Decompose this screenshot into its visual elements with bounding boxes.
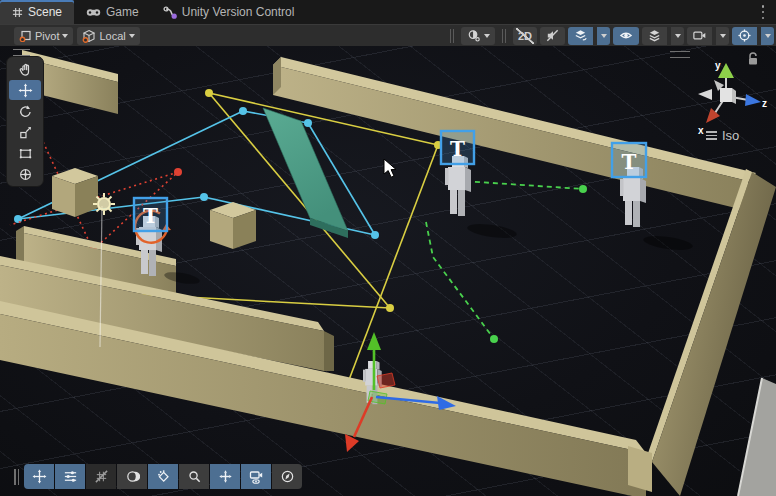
draw-mode-button[interactable] xyxy=(461,27,495,45)
dropdown-caret-icon xyxy=(720,34,726,38)
eye-icon xyxy=(618,28,634,43)
axis-negative-cone[interactable] xyxy=(698,89,712,100)
particles-icon xyxy=(156,469,171,484)
effects-toggle-button[interactable] xyxy=(568,27,593,45)
wall-top[interactable] xyxy=(273,57,756,211)
dropdown-caret-icon xyxy=(484,34,490,38)
hand-icon xyxy=(18,62,33,77)
camera-eye-icon xyxy=(248,469,264,485)
transform-overlay-button[interactable] xyxy=(210,464,240,489)
tab-version-control[interactable]: Unity Version Control xyxy=(151,0,307,24)
overlay-drag-handle[interactable] xyxy=(450,29,454,43)
tab-bar: Scene Game Unity Version Control xyxy=(0,0,776,24)
overlay-drag-handle[interactable] xyxy=(502,29,506,43)
search-button[interactable] xyxy=(179,464,209,489)
pivot-rect-icon xyxy=(19,29,32,42)
svg-text:T: T xyxy=(622,150,637,174)
tab-scene[interactable]: Scene xyxy=(0,0,74,24)
scale-icon xyxy=(18,125,33,140)
search-icon xyxy=(187,469,202,484)
scene-visibility-button[interactable] xyxy=(613,27,639,45)
move-gizmo-plane-xz[interactable] xyxy=(377,373,395,388)
rect-tool-button[interactable] xyxy=(9,143,41,163)
layers-dropdown[interactable] xyxy=(671,27,684,45)
tool-settings-button[interactable] xyxy=(55,464,85,489)
gizmos-dropdown[interactable] xyxy=(761,27,774,45)
tab-game-label: Game xyxy=(106,5,139,19)
tools-overlay-handle[interactable] xyxy=(13,49,30,56)
camera-button[interactable] xyxy=(687,27,712,45)
layers-icon xyxy=(647,28,662,43)
axis-x-label: x xyxy=(698,125,704,136)
rect-icon xyxy=(18,146,33,161)
unity-editor-window: Scene Game Unity Version Control xyxy=(0,0,776,496)
camera-view-button[interactable] xyxy=(241,464,271,489)
effects-dropdown[interactable] xyxy=(597,27,610,45)
dropdown-caret-icon xyxy=(62,34,68,38)
navigation-compass-button[interactable] xyxy=(272,464,302,489)
gizmo-sphere-icon xyxy=(737,28,752,43)
disabled-slash-icon xyxy=(516,28,534,44)
scene-toolbar: Pivot Local xyxy=(0,24,776,46)
projection-toggle[interactable]: Iso xyxy=(706,128,739,143)
particles-button[interactable] xyxy=(148,464,178,489)
transform-icon xyxy=(18,167,33,182)
scene-grid-icon xyxy=(12,7,23,18)
dropdown-caret-icon xyxy=(129,34,135,38)
shadow xyxy=(466,222,517,241)
rotate-tool-button[interactable] xyxy=(9,101,41,121)
hand-tool-button[interactable] xyxy=(9,59,41,79)
projection-label: Iso xyxy=(722,128,739,143)
tab-game[interactable]: Game xyxy=(74,0,151,24)
move-small-icon xyxy=(219,470,232,483)
cube-small-center[interactable] xyxy=(210,202,256,249)
move-tool-button[interactable] xyxy=(9,80,41,100)
move-overlay-button[interactable] xyxy=(24,464,54,489)
window-menu-icon[interactable] xyxy=(758,5,768,19)
teal-plane-object[interactable] xyxy=(263,108,348,238)
axis-z-label: z xyxy=(762,98,767,109)
svg-text:T: T xyxy=(143,204,158,228)
bottom-overlay-toolbar xyxy=(14,464,302,489)
sphere-icon xyxy=(125,469,140,484)
orientation-overlay-handle[interactable] xyxy=(670,51,690,58)
audio-toggle-button[interactable] xyxy=(540,27,565,45)
cube-small-left[interactable] xyxy=(52,168,98,217)
scale-tool-button[interactable] xyxy=(9,122,41,142)
tab-version-control-label: Unity Version Control xyxy=(182,5,295,19)
render-sphere-button[interactable] xyxy=(117,464,147,489)
tab-scene-label: Scene xyxy=(28,5,62,19)
axis-y-label: y xyxy=(715,60,721,71)
2d-toggle-button[interactable]: 2D xyxy=(513,27,537,45)
wall-fragment-gray[interactable] xyxy=(738,378,776,496)
camera-dropdown[interactable] xyxy=(716,27,729,45)
transform-tool-button[interactable] xyxy=(9,164,41,184)
iso-bars-icon xyxy=(706,131,717,140)
pivot-button[interactable]: Pivot xyxy=(14,27,73,45)
camera-icon xyxy=(692,28,707,43)
toolbar-right-group: 2D xyxy=(446,27,776,45)
shadow xyxy=(642,234,693,253)
lock-icon[interactable] xyxy=(747,52,759,66)
local-label: Local xyxy=(99,30,125,42)
gizmos-button[interactable] xyxy=(732,27,757,45)
sliders-icon xyxy=(63,469,78,484)
agent-badge-2[interactable]: T xyxy=(441,131,474,164)
mouse-cursor xyxy=(383,159,399,179)
axis-z-cone[interactable] xyxy=(745,94,761,106)
gizmo-center-cube[interactable] xyxy=(720,88,732,102)
agent-badge-1[interactable]: T xyxy=(134,198,167,231)
bottom-overlay-handle[interactable] xyxy=(14,469,19,485)
rotate-icon xyxy=(18,104,33,119)
local-button[interactable]: Local xyxy=(77,27,139,45)
compass-icon xyxy=(280,469,295,484)
dropdown-caret-icon xyxy=(675,34,681,38)
grid-snapping-button[interactable] xyxy=(86,464,116,489)
pivot-label: Pivot xyxy=(35,30,59,42)
move-icon xyxy=(32,469,47,484)
layers-button[interactable] xyxy=(642,27,667,45)
agent-badge-3[interactable]: T xyxy=(612,143,646,177)
cube-icon xyxy=(82,29,96,43)
scene-art: T T T xyxy=(0,46,776,496)
scene-viewport[interactable]: T T T xyxy=(0,46,776,496)
